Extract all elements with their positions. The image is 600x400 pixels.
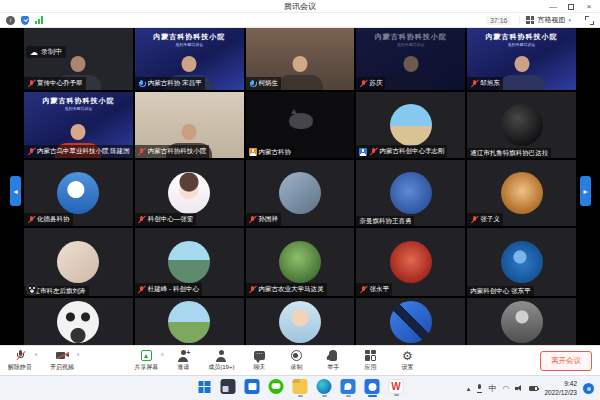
video-tile[interactable]: 内蒙古科协科技小院系列专题培训会内蒙古乌中草业科技小院 陈建国	[24, 92, 133, 158]
notification-badge[interactable]	[583, 383, 594, 394]
video-tile[interactable]: 内蒙科创中心 张东平	[467, 228, 576, 296]
taskbar-icon-wechat[interactable]	[269, 379, 284, 394]
next-page-button[interactable]: ▸	[580, 176, 591, 206]
chat-icon	[252, 349, 266, 362]
taskbar-icon-wps[interactable]: W	[389, 379, 404, 394]
video-tile[interactable]	[135, 298, 244, 345]
toolbar-button-label: 邀请	[177, 363, 189, 372]
taskbar-icon-windows[interactable]	[197, 379, 212, 394]
battery-icon[interactable]	[529, 386, 538, 391]
taskbar-clock[interactable]: 9:42 2022/12/23	[544, 380, 577, 397]
toolbar-members-button[interactable]: 成员(19+)	[208, 349, 234, 372]
video-tile[interactable]: 柯炳生	[246, 28, 355, 90]
minimize-button[interactable]: —	[544, 0, 562, 13]
maximize-button[interactable]	[562, 0, 580, 13]
system-tray: ▲ 中 ◠ 9:42 2022/12/23	[466, 376, 594, 400]
toolbar-button-label: 成员(19+)	[208, 363, 234, 372]
avatar	[168, 301, 210, 343]
chevron-up-icon[interactable]: ∧	[161, 351, 165, 357]
video-tile[interactable]: 内蒙古农业大学马达灵	[246, 228, 355, 296]
toolbar-apps-button[interactable]: 应用	[358, 349, 382, 372]
mic-muted-icon	[27, 147, 35, 156]
tray-microphone-icon[interactable]	[477, 384, 482, 393]
tray-date: 2022/12/23	[544, 389, 577, 397]
toolbar-hand-button[interactable]: 举手	[321, 349, 345, 372]
video-tile[interactable]: 通辽市科左后旗刘涛	[24, 228, 133, 296]
participant-name: 奈曼旗科协王喜勇	[359, 218, 411, 225]
video-tile[interactable]: 张永平	[356, 228, 465, 296]
participant-label: 张子义	[467, 213, 503, 226]
user-badge-icon	[249, 148, 257, 156]
video-tile[interactable]: 孙国祥	[246, 160, 355, 226]
meeting-info-icon[interactable]: i	[6, 16, 15, 25]
video-tile[interactable]: 内蒙古科创中心李志刚	[356, 92, 465, 158]
toolbar-chat-button[interactable]: 聊天	[247, 349, 271, 372]
participant-label: 杜建峰 - 科创中心	[135, 283, 202, 296]
toolbar-cam-off-button[interactable]: 开启视频∧	[50, 349, 74, 372]
video-tile[interactable]: 通辽市扎鲁特旗科协巴达拉	[467, 92, 576, 158]
view-mode-button[interactable]: 宫格视图 ▾	[519, 15, 577, 25]
network-signal-icon[interactable]	[35, 16, 43, 24]
mic-muted-icon	[138, 147, 146, 156]
fullscreen-icon[interactable]	[585, 16, 594, 25]
avatar	[390, 241, 432, 283]
video-tile[interactable]: 科创中心—张雯	[135, 160, 244, 226]
participant-name: 杜建峰 - 科创中心	[148, 286, 199, 293]
recording-label: 录制中	[41, 47, 62, 57]
leave-meeting-button[interactable]: 离开会议	[540, 351, 592, 371]
apps-icon	[363, 349, 377, 362]
chevron-up-icon[interactable]: ∧	[34, 351, 38, 357]
taskbar-icon-netdisk[interactable]	[341, 379, 356, 394]
avatar	[501, 301, 543, 343]
toolbar-record-button[interactable]: 录制	[284, 349, 308, 372]
video-tile[interactable]	[356, 298, 465, 345]
video-tile[interactable]: 宣传中心乔予翠	[24, 28, 133, 90]
video-tile[interactable]: 内蒙古科协	[246, 92, 355, 158]
close-button[interactable]: ×	[580, 0, 598, 13]
video-tile[interactable]: 内蒙古科协科技小院系列专题培训会苏庆	[356, 28, 465, 90]
mic-on-icon	[249, 79, 257, 88]
avatar	[168, 172, 210, 214]
video-grid: 宣传中心乔予翠内蒙古科协科技小院系列专题培训会内蒙古科协 宋昌平柯炳生内蒙古科协…	[24, 28, 576, 345]
video-tile[interactable]	[467, 298, 576, 345]
toolbar-button-label: 录制	[290, 363, 302, 372]
volume-icon[interactable]	[515, 385, 523, 393]
participant-name: 孙国祥	[259, 216, 279, 223]
recording-badge: ☁ 录制中	[26, 46, 66, 58]
participant-label: 邹旭东	[467, 77, 503, 90]
video-tile[interactable]: 杜建峰 - 科创中心	[135, 228, 244, 296]
video-tile[interactable]: 化德县科协	[24, 160, 133, 226]
video-tile[interactable]	[246, 298, 355, 345]
backdrop-banner-title: 内蒙古科协科技小院	[467, 32, 576, 42]
taskbar-icon-tencent-meeting[interactable]	[365, 379, 380, 394]
security-shield-icon[interactable]	[21, 16, 29, 25]
toolbar-mic-muted-button[interactable]: 解除静音∧	[8, 349, 32, 372]
toolbar-invite-button[interactable]: +邀请	[171, 349, 195, 372]
participant-label: 内蒙古科协科技小院	[135, 145, 210, 158]
input-method-indicator[interactable]: 中	[488, 383, 496, 394]
video-tile[interactable]: 张子义	[467, 160, 576, 226]
taskbar-icon-task-view[interactable]	[221, 379, 236, 394]
video-tile[interactable]: 内蒙古科协科技小院系列专题培训会内蒙古科协 宋昌平	[135, 28, 244, 90]
toolbar-button-label: 设置	[401, 363, 413, 372]
taskbar-icon-file-explorer[interactable]	[293, 379, 308, 394]
video-tile[interactable]: 内蒙古科协科技小院	[135, 92, 244, 158]
taskbar-icon-store[interactable]	[245, 379, 260, 394]
participant-name: 内蒙古农业大学马达灵	[259, 286, 324, 293]
video-tile[interactable]	[24, 298, 133, 345]
video-tile[interactable]: 内蒙古科协科技小院系列专题培训会邹旭东	[467, 28, 576, 90]
video-tile[interactable]: 奈曼旗科协王喜勇	[356, 160, 465, 226]
tray-overflow-icon[interactable]: ▲	[466, 386, 472, 392]
backdrop-banner-title: 内蒙古科协科技小院	[24, 96, 133, 106]
taskbar-icon-edge[interactable]	[317, 379, 332, 394]
participant-label: 内蒙古科创中心李志刚	[356, 145, 447, 158]
participant-name: 内蒙古科协科技小院	[148, 148, 207, 155]
prev-page-button[interactable]: ◂	[10, 176, 21, 206]
wifi-icon[interactable]: ◠	[502, 385, 509, 393]
avatar	[57, 241, 99, 283]
participant-name: 通辽市扎鲁特旗科协巴达拉	[470, 150, 548, 157]
chevron-up-icon[interactable]: ∧	[76, 351, 80, 357]
toolbar-gear-button[interactable]: ⚙设置	[395, 349, 419, 372]
mic-on-icon	[138, 79, 146, 88]
toolbar-share-button[interactable]: 共享屏幕∧	[134, 349, 158, 372]
